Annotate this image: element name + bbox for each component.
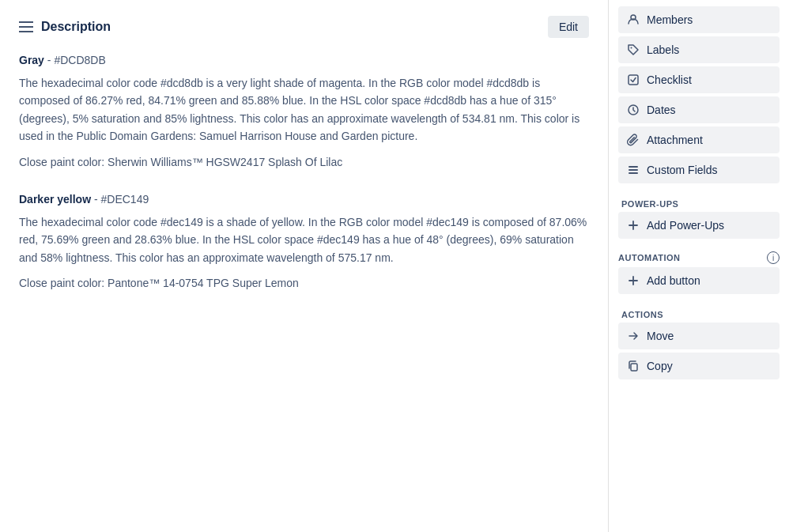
edit-button[interactable]: Edit [548,16,589,38]
close-paint-darker-yellow: Close paint color: Pantone™ 14-0754 TPG … [19,274,589,292]
copy-button[interactable]: Copy [618,353,780,379]
info-icon[interactable]: i [767,251,780,264]
add-button-button[interactable]: Add button [618,267,780,294]
sidebar-button-custom-fields[interactable]: Custom Fields [618,157,780,183]
paperclip-icon [626,133,640,147]
svg-rect-5 [629,169,638,171]
sidebar-button-dates[interactable]: Dates [618,96,780,123]
actions-label: Actions [618,304,780,323]
add-power-ups-label: Add Power-Ups [647,219,724,232]
power-ups-label: Power-Ups [618,193,780,212]
svg-point-1 [631,47,632,49]
labels-label: Labels [647,43,679,56]
move-label: Move [647,330,674,342]
svg-rect-6 [629,172,638,174]
attachment-label: Attachment [647,134,703,146]
color-description-darker-yellow: The hexadecimal color code #dec149 is a … [19,213,589,266]
description-title-row: Description [19,20,111,34]
description-header: Description Edit [19,16,589,38]
hamburger-icon[interactable] [19,21,33,32]
plus-icon-automation [626,274,640,288]
main-content: Description Edit Gray - #DCD8DB The hexa… [0,0,609,532]
checklist-label: Checklist [647,74,692,86]
dates-label: Dates [647,104,676,116]
clock-icon [626,103,640,117]
sidebar-button-checklist[interactable]: Checklist [618,66,780,93]
tag-icon [626,43,640,57]
check-square-icon [626,73,640,87]
sidebar: Members Labels Checklist Dates [609,0,789,532]
close-paint-gray: Close paint color: Sherwin Williams™ HGS… [19,153,589,171]
sidebar-button-labels[interactable]: Labels [618,36,780,63]
color-title-gray: Gray - #DCD8DB [19,54,589,66]
color-hex-gray: - #DCD8DB [47,54,106,66]
copy-icon [626,359,640,373]
arrow-right-icon [626,329,640,343]
person-icon [626,13,640,27]
add-button-label: Add button [647,274,700,287]
automation-header: Automation i [618,248,780,267]
sidebar-button-attachment[interactable]: Attachment [618,126,780,153]
color-description-gray: The hexadecimal color code #dcd8db is a … [19,74,589,145]
svg-rect-4 [629,166,638,168]
automation-section: Automation i Add button [618,248,780,294]
add-power-ups-button[interactable]: Add Power-Ups [618,212,780,239]
color-title-darker-yellow: Darker yellow - #DEC149 [19,193,589,206]
plus-icon-power-ups [626,218,640,232]
svg-rect-7 [631,364,637,371]
svg-rect-2 [629,75,638,85]
actions-section: Actions Move Copy [618,304,780,379]
sidebar-button-members[interactable]: Members [618,6,780,33]
description-title: Description [41,20,111,34]
color-section-gray: Gray - #DCD8DB The hexadecimal color cod… [19,54,589,171]
color-hex-darker-yellow: - #DEC149 [94,193,149,206]
color-section-darker-yellow: Darker yellow - #DEC149 The hexadecimal … [19,193,589,292]
move-button[interactable]: Move [618,323,780,349]
copy-label: Copy [647,360,673,372]
custom-fields-label: Custom Fields [647,164,717,176]
power-ups-section: Power-Ups Add Power-Ups [618,193,780,239]
automation-label: Automation [618,253,681,262]
sliders-icon [626,163,640,177]
members-label: Members [647,13,693,26]
